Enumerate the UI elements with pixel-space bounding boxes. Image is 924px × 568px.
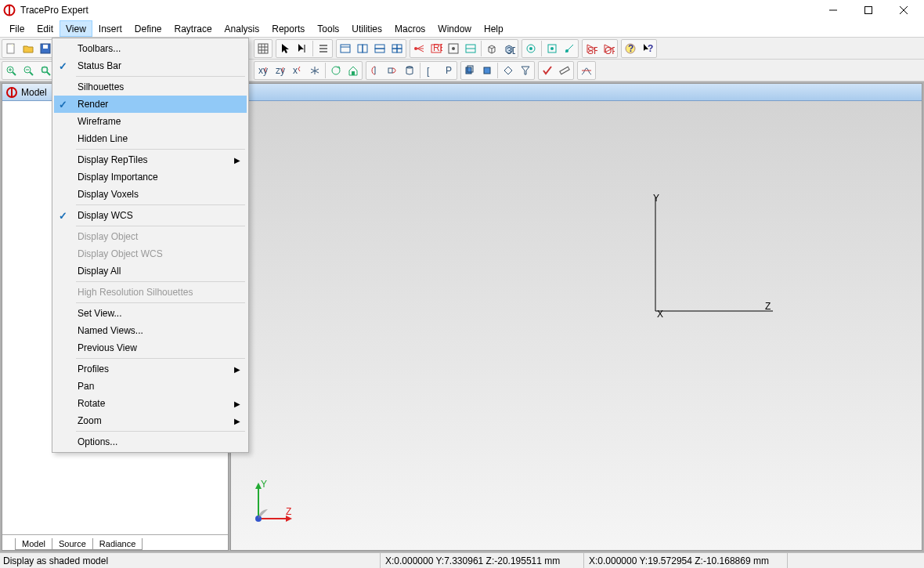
menu-item-render[interactable]: ✓Render — [54, 96, 247, 113]
ray-icon-3[interactable] — [445, 40, 462, 57]
window1-icon[interactable] — [337, 40, 354, 57]
menu-item-set-view[interactable]: Set View... — [54, 305, 247, 322]
target1-icon[interactable] — [522, 40, 540, 57]
menu-item-status-bar[interactable]: ✓Status Bar — [54, 57, 247, 74]
panel-logo-icon — [5, 86, 18, 99]
menu-file[interactable]: File — [3, 20, 31, 37]
target2-icon[interactable] — [543, 40, 561, 57]
target3-icon[interactable] — [561, 40, 578, 57]
menu-insert[interactable]: Insert — [92, 20, 128, 37]
menu-item-display-importance[interactable]: Display Importance — [54, 168, 247, 186]
svg-text:Y: Y — [261, 479, 267, 490]
menu-item-display-wcs[interactable]: ✓Display WCS — [54, 207, 247, 224]
menu-item-display-voxels[interactable]: Display Voxels — [54, 186, 247, 203]
viewport[interactable]: Y Z X Y Z — [230, 83, 922, 551]
iso-view-icon[interactable] — [306, 62, 323, 79]
menu-item-display-reptiles[interactable]: Display RepTiles▶ — [54, 151, 247, 168]
menu-item-named-views[interactable]: Named Views... — [54, 322, 247, 339]
tab-radiance[interactable]: Radiance — [92, 538, 143, 550]
window4-icon[interactable] — [388, 40, 406, 57]
shape1-icon[interactable] — [366, 62, 384, 79]
submenu-arrow-icon: ▶ — [234, 156, 240, 165]
open-file-icon[interactable] — [20, 40, 37, 57]
menu-item-wireframe[interactable]: Wireframe — [54, 113, 247, 130]
diamond-icon[interactable] — [500, 62, 517, 79]
menu-item-zoom[interactable]: Zoom▶ — [54, 412, 247, 429]
menu-item-previous-view[interactable]: Previous View — [54, 339, 247, 356]
svg-rect-62 — [352, 71, 355, 75]
menu-utilities[interactable]: Utilities — [345, 20, 388, 37]
curve-icon[interactable] — [578, 62, 595, 79]
cube3d-icon[interactable]: 3D — [500, 40, 518, 57]
home-icon[interactable] — [345, 62, 362, 79]
tab-source[interactable]: Source — [52, 538, 93, 550]
yz-view-icon[interactable]: zy — [272, 62, 289, 79]
rotate-icon[interactable] — [327, 62, 345, 79]
axis-x-label: X — [657, 309, 663, 319]
viewport-caption[interactable] — [231, 84, 922, 101]
axis-y-label: Y — [653, 194, 659, 204]
statusbar: Display as shaded model X:0.000000 Y:7.3… — [0, 552, 924, 568]
select-arrow-icon[interactable] — [276, 40, 294, 57]
select-arrow2-icon[interactable] — [294, 40, 311, 57]
ray-icon-2[interactable]: REV — [428, 40, 445, 57]
menu-item-display-all[interactable]: Display All — [54, 262, 247, 280]
menu-item-profiles[interactable]: Profiles▶ — [54, 360, 247, 378]
window2-icon[interactable] — [354, 40, 371, 57]
menu-item-toolbars[interactable]: Toolbars... — [54, 40, 247, 57]
menu-tools[interactable]: Tools — [311, 20, 345, 37]
menu-help[interactable]: Help — [478, 20, 510, 37]
menu-macros[interactable]: Macros — [388, 20, 431, 37]
svg-rect-20 — [363, 45, 367, 52]
opl-icon[interactable]: OPL — [600, 40, 617, 57]
menu-item-pan[interactable]: Pan — [54, 378, 247, 395]
menu-window[interactable]: Window — [431, 20, 478, 37]
list-icon[interactable] — [315, 40, 332, 57]
shape3-icon[interactable] — [401, 62, 418, 79]
view-dropdown-menu: Toolbars... ✓Status Bar Silhouettes ✓Ren… — [52, 38, 249, 453]
menu-raytrace[interactable]: Raytrace — [168, 20, 218, 37]
close-button[interactable] — [886, 0, 921, 20]
menu-view[interactable]: View — [60, 20, 92, 37]
svg-rect-19 — [358, 45, 363, 52]
ray-icon-4[interactable] — [462, 40, 479, 57]
zoom-out-icon[interactable] — [20, 62, 37, 79]
menu-reports[interactable]: Reports — [265, 20, 311, 37]
zoom-in-icon[interactable] — [2, 62, 20, 79]
svg-rect-68 — [466, 67, 471, 74]
grid-icon[interactable] — [254, 40, 272, 57]
srt-icon[interactable]: SRT — [583, 40, 600, 57]
menu-item-options[interactable]: Options... — [54, 433, 247, 450]
menu-item-hidden-line[interactable]: Hidden Line — [54, 130, 247, 147]
svg-rect-7 — [43, 45, 48, 49]
funnel-icon[interactable] — [517, 62, 534, 79]
tab-model[interactable]: Model — [15, 538, 52, 550]
minimize-button[interactable] — [815, 0, 850, 20]
cube-icon[interactable] — [483, 40, 500, 57]
shape2-icon[interactable] — [384, 62, 401, 79]
solid1-icon[interactable] — [461, 62, 478, 79]
context-help-icon[interactable]: ? — [639, 40, 656, 57]
ruler-icon[interactable] — [556, 62, 573, 79]
svg-rect-21 — [375, 45, 384, 49]
xy-view-icon[interactable]: xy — [254, 62, 272, 79]
menu-define[interactable]: Define — [128, 20, 168, 37]
maximize-button[interactable] — [850, 0, 886, 20]
xz-view-icon[interactable]: x — [289, 62, 306, 79]
menu-item-silhouettes[interactable]: Silhouettes — [54, 78, 247, 96]
help-icon[interactable]: ? — [622, 40, 639, 57]
window3-icon[interactable] — [371, 40, 388, 57]
bracket1-icon[interactable]: [ — [422, 62, 439, 79]
menu-item-rotate[interactable]: Rotate▶ — [54, 395, 247, 412]
menu-edit[interactable]: Edit — [31, 20, 60, 37]
check-icon[interactable] — [539, 62, 556, 79]
svg-rect-70 — [484, 67, 490, 74]
menu-analysis[interactable]: Analysis — [218, 20, 266, 37]
svg-text:xy: xy — [258, 65, 268, 76]
svg-line-28 — [417, 45, 424, 49]
ray-icon-1[interactable] — [410, 40, 428, 57]
status-coord-2: X:0.000000 Y:19.572954 Z:-10.168869 mm — [583, 553, 787, 568]
p-icon[interactable]: P — [439, 62, 457, 79]
solid2-icon[interactable] — [478, 62, 496, 79]
new-file-icon[interactable] — [2, 40, 20, 57]
